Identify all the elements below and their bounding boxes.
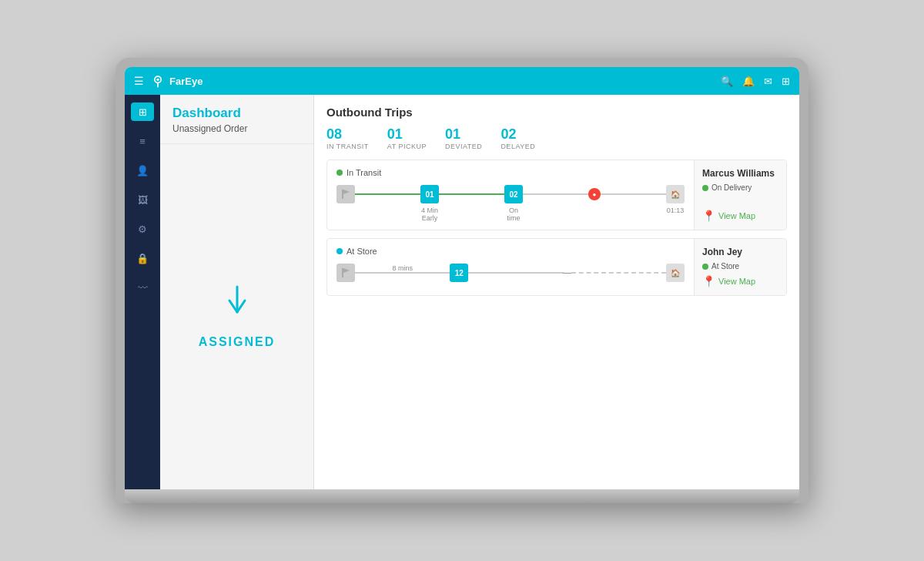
driver-status-label-1: On Delivery bbox=[711, 183, 752, 192]
driver-name-1: Marcus Williams bbox=[702, 168, 778, 179]
driver-status-2: At Store bbox=[702, 262, 778, 270]
end-time-1: 01:13 bbox=[666, 207, 685, 214]
grid-icon[interactable]: ⊞ bbox=[782, 76, 790, 87]
logo-area: FarEye bbox=[150, 73, 203, 89]
panel-subtitle: Unassigned Order bbox=[172, 123, 301, 134]
route-line-dashed-2 bbox=[571, 272, 666, 274]
driver-name-2: John Jey bbox=[702, 247, 778, 257]
users-sidebar-icon: 👤 bbox=[136, 165, 149, 176]
map-pin-icon-1: 📍 bbox=[702, 210, 715, 222]
driver-status-label-2: At Store bbox=[711, 262, 739, 270]
right-panel: Outbound Trips 08 IN TRANSIT 01 AT PICKU… bbox=[314, 95, 799, 489]
svg-marker-5 bbox=[343, 268, 350, 273]
driver-status-dot-2 bbox=[702, 264, 708, 270]
fareye-logo-icon bbox=[150, 73, 166, 89]
route-line-1b bbox=[439, 193, 504, 195]
trip-status-2: At Store bbox=[336, 247, 685, 256]
stat-label-deviated: DEVIATED bbox=[445, 143, 482, 150]
nav-left: ☰ FarEye bbox=[134, 73, 203, 89]
route-line-1c bbox=[523, 193, 588, 195]
sidebar-item-image[interactable]: 🖼 bbox=[131, 190, 154, 209]
analytics-sidebar-icon: 〰 bbox=[138, 282, 148, 294]
stat-number-in-transit: 08 bbox=[326, 126, 369, 143]
map-pin-icon-2: 📍 bbox=[702, 275, 715, 287]
panel-title: Dashboard bbox=[172, 106, 301, 121]
main-area: ⊞ ≡ 👤 🖼 ⚙ 🔒 bbox=[125, 95, 799, 489]
route-line-2a: 8 mins bbox=[355, 272, 450, 274]
route-labels-1: 4 Min Early On time 01:13 bbox=[336, 203, 685, 222]
stat-delayed: 02 DELAYED bbox=[500, 126, 535, 150]
sidebar-item-settings[interactable]: ⚙ bbox=[131, 220, 154, 238]
notification-icon[interactable]: 🔔 bbox=[742, 76, 755, 87]
sidebar-item-users[interactable]: 👤 bbox=[131, 161, 154, 180]
trip-status-label-1: In Transit bbox=[346, 168, 381, 177]
panel-content: ASSIGNED bbox=[160, 144, 313, 489]
stop2-label-1: On time bbox=[504, 207, 523, 222]
driver-status-1: On Delivery bbox=[702, 183, 778, 192]
grid-sidebar-icon: ⊞ bbox=[139, 106, 147, 118]
route-home-2: 🏠 bbox=[666, 264, 685, 282]
trip-card-2-inner: At Store bbox=[327, 239, 786, 295]
lock-sidebar-icon: 🔒 bbox=[136, 253, 149, 264]
stat-number-deviated: 01 bbox=[445, 126, 482, 143]
route-home-1: 🏠 bbox=[666, 185, 685, 203]
sidebar-item-analytics[interactable]: 〰 bbox=[131, 278, 154, 297]
line-time-label-2: 8 mins bbox=[392, 264, 413, 272]
stats-row: 08 IN TRANSIT 01 AT PICKUP 01 DEVIATED bbox=[326, 126, 787, 150]
stat-at-pickup: 01 AT PICKUP bbox=[387, 126, 427, 150]
hamburger-menu-icon[interactable]: ☰ bbox=[134, 75, 144, 87]
view-map-btn-1[interactable]: 📍 View Map bbox=[702, 210, 778, 222]
route-labels-2 bbox=[336, 282, 685, 285]
route-stop-2a: 12 bbox=[450, 264, 468, 282]
view-map-label-1: View Map bbox=[718, 211, 755, 220]
trip-card-1-inner: In Transit bbox=[327, 160, 786, 230]
stat-in-transit: 08 IN TRANSIT bbox=[326, 126, 369, 150]
stat-label-delayed: DELAYED bbox=[500, 143, 535, 150]
trip-status-1: In Transit bbox=[336, 168, 685, 177]
sidebar-item-grid[interactable]: ⊞ bbox=[131, 102, 154, 121]
nav-right: 🔍 🔔 ✉ ⊞ bbox=[721, 76, 790, 87]
route-alert-1: ● bbox=[588, 188, 601, 200]
trip-main-2: At Store bbox=[327, 239, 694, 295]
sidebar-item-lock[interactable]: 🔒 bbox=[131, 249, 154, 267]
trip-card-2: At Store bbox=[326, 238, 787, 296]
route-line-2b bbox=[468, 272, 563, 274]
svg-marker-3 bbox=[343, 190, 350, 194]
view-map-btn-2[interactable]: 📍 View Map bbox=[702, 275, 778, 287]
trip-info-1: Marcus Williams On Delivery 📍 View Map bbox=[694, 160, 786, 230]
assigned-icon bbox=[222, 285, 253, 331]
driver-status-dot-1 bbox=[702, 185, 708, 191]
image-sidebar-icon: 🖼 bbox=[138, 194, 148, 206]
route-arrow-2: — bbox=[564, 267, 571, 278]
stat-deviated: 01 DEVIATED bbox=[445, 126, 482, 150]
status-dot-2 bbox=[336, 248, 343, 254]
stop1-label-1: 4 Min Early bbox=[420, 207, 439, 222]
trip-card-1: In Transit bbox=[326, 160, 787, 230]
status-dot-1 bbox=[336, 170, 343, 176]
view-map-label-2: View Map bbox=[718, 277, 755, 286]
search-icon[interactable]: 🔍 bbox=[721, 76, 733, 87]
route-flag-2 bbox=[336, 264, 355, 282]
top-navbar: ☰ FarEye 🔍 🔔 ✉ ⊞ bbox=[125, 67, 799, 95]
route-stops-2: 8 mins 12 — 🏠 bbox=[336, 264, 685, 282]
route-line-1a bbox=[355, 193, 420, 195]
sidebar-item-list[interactable]: ≡ bbox=[131, 132, 154, 150]
stat-label-at-pickup: AT PICKUP bbox=[387, 143, 427, 150]
panel-header: Dashboard Unassigned Order bbox=[160, 95, 313, 144]
sidebar: ⊞ ≡ 👤 🖼 ⚙ 🔒 bbox=[125, 95, 160, 489]
route-line-1d bbox=[601, 193, 666, 195]
stat-number-at-pickup: 01 bbox=[387, 126, 427, 143]
trip-status-label-2: At Store bbox=[346, 247, 377, 256]
logo-text: FarEye bbox=[169, 76, 203, 87]
laptop-base bbox=[125, 489, 799, 503]
stat-number-delayed: 02 bbox=[500, 126, 535, 143]
stat-label-in-transit: IN TRANSIT bbox=[326, 143, 369, 150]
svg-rect-2 bbox=[342, 190, 343, 199]
svg-point-1 bbox=[156, 79, 159, 81]
settings-sidebar-icon: ⚙ bbox=[138, 223, 147, 235]
left-panel: Dashboard Unassigned Order ASSIGNED bbox=[160, 95, 314, 489]
route-stop-1a: 01 bbox=[420, 185, 439, 203]
message-icon[interactable]: ✉ bbox=[764, 76, 772, 87]
trip-info-2: John Jey At Store 📍 View Map bbox=[694, 239, 786, 295]
route-stops-1: 01 02 ● bbox=[336, 185, 685, 203]
